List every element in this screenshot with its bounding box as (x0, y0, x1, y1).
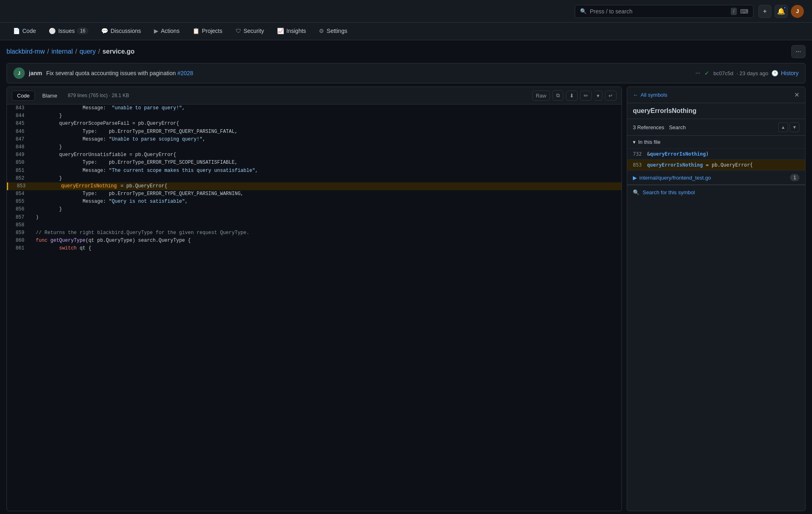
tab-insights[interactable]: 📈 Insights (271, 23, 312, 40)
code-line-853: 853 queryErrorIsNothing = pb.QueryError{ (7, 182, 621, 190)
code-line-845: 845 queryErrorScopeParseFail = pb.QueryE… (7, 120, 621, 128)
insights-icon: 📈 (277, 28, 284, 34)
commit-avatar: J (13, 67, 25, 79)
nav-tabs: 📄 Code ⚪ Issues 16 💬 Discussions ▶ Actio… (0, 23, 812, 40)
refs-nav-up[interactable]: ▲ (778, 122, 788, 132)
file-count-badge: 1 (790, 174, 799, 181)
tab-code[interactable]: 📄 Code (6, 23, 42, 40)
in-this-file-header[interactable]: ▾ In this file (627, 136, 805, 149)
tab-issues[interactable]: ⚪ Issues 16 (42, 23, 95, 40)
history-icon: 🕐 (771, 70, 778, 76)
symbols-content: ▾ In this file 732 &queryErrorIsNothing)… (627, 136, 805, 511)
breadcrumb-sep-2: / (75, 48, 77, 55)
refs-nav: ▲ ▼ (778, 122, 799, 132)
topbar: 🔍 Press / to search / ⌨ + 🔔 J (0, 0, 812, 23)
breadcrumb-internal[interactable]: internal (52, 48, 73, 55)
pr-link[interactable]: #2028 (178, 70, 193, 76)
commit-right: bc07c5d · 23 days ago 🕐 History (713, 70, 799, 76)
code-toolbar: Code Blame 879 lines (765 loc) · 28.1 KB… (7, 87, 621, 104)
file-options-button[interactable]: ··· (791, 45, 806, 58)
raw-button[interactable]: Raw (532, 91, 550, 101)
breadcrumb-bar: blackbird-mw / internal / query / servic… (0, 40, 812, 63)
file-group-header[interactable]: ▶ internal/query/frontend_test.go 1 (627, 171, 805, 184)
commit-username: janm (29, 70, 42, 76)
search-icon: 🔍 (633, 189, 639, 195)
tab-actions[interactable]: ▶ Actions (147, 23, 186, 40)
issues-badge: 16 (77, 28, 88, 34)
main-content: Code Blame 879 lines (765 loc) · 28.1 KB… (6, 87, 806, 511)
code-line-861: 861 switch qt { (7, 245, 621, 252)
plus-icon: + (763, 8, 767, 15)
more-button[interactable]: ▾ (594, 91, 602, 101)
chevron-down-icon: ▾ (633, 139, 636, 145)
discussions-icon: 💬 (101, 28, 108, 34)
ref-item-732[interactable]: 732 &queryErrorIsNothing) (627, 149, 805, 160)
refs-count: 3 References Search (633, 124, 686, 130)
breadcrumb-sep-3: / (98, 48, 100, 55)
terminal-icon: ⌨ (740, 8, 748, 15)
commit-meta-icon: ⋯ (695, 70, 700, 76)
code-panel: Code Blame 879 lines (765 loc) · 28.1 KB… (6, 87, 622, 511)
code-line-854: 854 Type: pb.ErrorType_ERROR_TYPE_QUERY_… (7, 190, 621, 198)
breadcrumb-sep-1: / (47, 48, 49, 55)
avatar[interactable]: J (791, 5, 804, 18)
code-line-843: 843 Message: "unable to parse query!", (7, 104, 621, 112)
code-line-848: 848 } (7, 143, 621, 151)
code-line-846: 846 Type: pb.ErrorType_ERROR_TYPE_QUERY_… (7, 128, 621, 136)
wrap-button[interactable]: ↵ (605, 91, 617, 101)
search-kbd: / (731, 8, 737, 15)
breadcrumb-query[interactable]: query (80, 48, 96, 55)
symbols-header: ← All symbols ✕ (627, 87, 805, 103)
file-name: ▶ internal/query/frontend_test.go (633, 175, 711, 181)
code-line-852: 852 } (7, 175, 621, 182)
code-line-850: 850 Type: pb.ErrorType_ERROR_TYPE_SCOPE_… (7, 159, 621, 167)
copy-button[interactable]: ⧉ (552, 90, 563, 101)
code-line-844: 844 } (7, 112, 621, 120)
code-tab-button[interactable]: Code (12, 91, 35, 101)
blame-tab-button[interactable]: Blame (37, 91, 62, 100)
history-button[interactable]: 🕐 History (771, 70, 799, 76)
search-bar[interactable]: 🔍 Press / to search / ⌨ (575, 5, 754, 18)
code-line-859: 859 // Returns the right blackbird.Query… (7, 229, 621, 237)
issues-icon: ⚪ (49, 28, 56, 34)
tab-discussions[interactable]: 💬 Discussions (95, 23, 147, 40)
commit-status-icon: ✓ (704, 70, 709, 76)
add-button[interactable]: + (758, 5, 771, 18)
symbols-close-button[interactable]: ✕ (794, 91, 799, 99)
commit-bar: J janm Fix several quota accounting issu… (6, 63, 806, 83)
settings-icon: ⚙ (319, 28, 324, 34)
symbols-panel: ← All symbols ✕ queryErrorIsNothing 3 Re… (627, 87, 806, 511)
tab-security[interactable]: 🛡 Security (229, 23, 271, 40)
code-line-856: 856 } (7, 206, 621, 213)
breadcrumb-repo[interactable]: blackbird-mw (6, 48, 45, 55)
ref-item-853[interactable]: 853 queryErrorIsNothing = pb.QueryError{ (627, 160, 805, 171)
symbols-refs-bar: 3 References Search ▲ ▼ (627, 119, 805, 136)
refs-nav-down[interactable]: ▼ (790, 122, 799, 132)
breadcrumb-file: service.go (102, 48, 134, 55)
tab-projects[interactable]: 📋 Projects (186, 23, 229, 40)
code-meta: 879 lines (765 loc) · 28.1 KB (68, 93, 530, 98)
commit-hash: bc07c5d (713, 70, 733, 76)
search-symbol-button[interactable]: 🔍 Search for this symbol (627, 185, 805, 200)
file-group-frontend-test: ▶ internal/query/frontend_test.go 1 (627, 171, 805, 185)
actions-icon: ▶ (154, 28, 158, 34)
tab-settings[interactable]: ⚙ Settings (312, 23, 354, 40)
security-icon: 🛡 (236, 28, 241, 34)
topbar-actions: + 🔔 J (758, 5, 804, 18)
code-line-849: 849 queryErrorUnsatisfiable = pb.QueryEr… (7, 151, 621, 159)
search-icon: 🔍 (580, 8, 587, 14)
chevron-right-icon: ▶ (633, 175, 637, 181)
back-arrow-icon: ← (633, 92, 638, 98)
symbols-title: queryErrorIsNothing (627, 103, 805, 119)
commit-message: Fix several quota accounting issues with… (46, 70, 690, 76)
code-line-855: 855 Message: "Query is not satisfiable", (7, 198, 621, 206)
refs-search-link[interactable]: Search (669, 124, 686, 130)
download-button[interactable]: ⬇ (566, 91, 578, 101)
code-line-860: 860 func getQueryType(qt pb.QueryType) s… (7, 237, 621, 245)
projects-icon: 📋 (193, 28, 199, 34)
notifications-button[interactable]: 🔔 (775, 5, 788, 18)
symbols-back-button[interactable]: ← All symbols (633, 92, 667, 98)
code-line-847: 847 Message: "Unable to parse scoping qu… (7, 136, 621, 143)
edit-button[interactable]: ✏ (580, 91, 592, 101)
code-content[interactable]: 843 Message: "unable to parse query!", 8… (7, 104, 621, 511)
